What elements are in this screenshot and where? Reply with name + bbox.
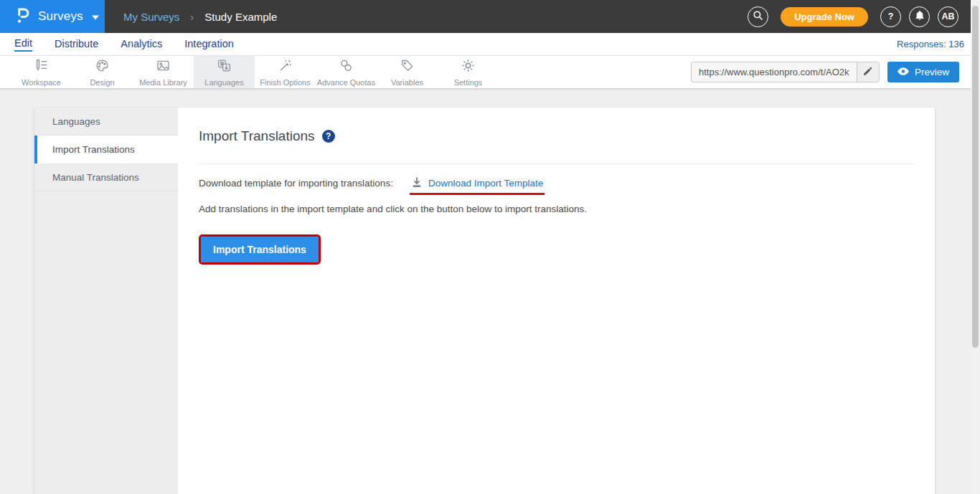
gear-icon [461,58,476,76]
app-window: Surveys My Surveys › Study Example Upgra… [0,0,980,494]
tab-edit[interactable]: Edit [14,37,32,52]
toolbar-item-languages[interactable]: Languages [194,56,255,88]
sidebar-item-import-translations[interactable]: Import Translations [34,136,178,163]
survey-tabs-bar: Edit Distribute Analytics Integration Re… [0,33,980,56]
upgrade-now-button[interactable]: Upgrade Now [781,7,868,27]
wand-icon [278,58,293,76]
import-translations-panel: Import Translations ? Download template … [178,108,935,494]
breadcrumb: My Surveys › Study Example [123,11,277,23]
tab-distribute[interactable]: Distribute [55,38,98,51]
scrollbar-thumb[interactable] [972,6,979,348]
tab-integration[interactable]: Integration [184,38,234,51]
toolbar-label: Advance Quotas [317,78,375,87]
workspace-icon [34,58,49,76]
title-divider [199,163,915,164]
links-icon [339,58,354,76]
download-link-annotated: Download Import Template [411,176,543,190]
toolbar-item-advance-quotas[interactable]: Advance Quotas [316,56,377,88]
toolbar-label: Design [90,78,114,87]
breadcrumb-separator: › [190,11,194,23]
toolbar-item-design[interactable]: Design [72,56,133,88]
toolbar-right-controls: Preview [691,56,959,88]
topbar-actions: Upgrade Now ? AB [748,6,958,27]
pencil-icon [863,67,872,78]
top-navigation-bar: Surveys My Surveys › Study Example Upgra… [0,0,980,33]
languages-sidebar: Languages Import Translations Manual Tra… [34,108,178,494]
download-icon [411,176,423,190]
edit-toolbar: Workspace Design Media Library [0,56,980,88]
chevron-down-icon [92,10,99,23]
help-button[interactable]: ? [880,6,901,27]
breadcrumb-my-surveys[interactable]: My Surveys [123,11,179,23]
sidebar-item-languages[interactable]: Languages [34,108,178,136]
page-scrollbar[interactable] [971,0,980,494]
responses-count[interactable]: Responses: 136 [897,39,966,49]
survey-url-input[interactable] [692,62,857,82]
toolbar-item-settings[interactable]: Settings [438,56,499,88]
search-icon [753,10,763,23]
toolbar-label: Languages [204,78,243,87]
preview-label: Preview [915,67,949,77]
toolbar-label: Media Library [139,78,187,87]
questionpro-logo-icon [16,6,29,27]
download-template-label: Download template for importing translat… [199,178,393,189]
search-button[interactable] [748,6,768,27]
notifications-button[interactable] [909,6,930,27]
eye-icon [897,67,909,77]
languages-card: Languages Import Translations Manual Tra… [34,108,935,494]
toolbar-item-finish-options[interactable]: Finish Options [255,56,316,88]
toolbar-label: Finish Options [260,78,310,87]
tag-icon [400,58,415,76]
sidebar-item-manual-translations[interactable]: Manual Translations [34,163,178,191]
survey-url-group [691,62,880,82]
bell-icon [915,10,925,23]
download-template-row: Download template for importing translat… [199,176,915,190]
help-badge-icon[interactable]: ? [322,130,335,143]
image-icon [156,58,171,76]
toolbar-item-workspace[interactable]: Workspace [11,56,72,88]
page-title: Import Translations [199,128,315,144]
avatar[interactable]: AB [938,6,958,27]
translate-icon [217,58,232,76]
toolbar-label: Workspace [22,78,61,87]
edit-url-button[interactable] [857,62,879,82]
product-switcher[interactable]: Surveys [0,0,105,33]
tab-analytics[interactable]: Analytics [121,38,162,51]
toolbar-item-media-library[interactable]: Media Library [133,56,194,88]
toolbar-item-variables[interactable]: Variables [377,56,438,88]
instructions-text: Add translations in the import template … [199,204,915,214]
main-area: Languages Import Translations Manual Tra… [0,88,980,494]
download-import-template-link[interactable]: Download Import Template [428,178,543,189]
toolbar-label: Settings [454,78,483,87]
breadcrumb-current-survey: Study Example [204,11,277,23]
import-translations-button[interactable]: Import Translations [201,237,319,262]
preview-button[interactable]: Preview [887,62,959,82]
product-name: Surveys [38,9,83,24]
panel-title-row: Import Translations ? [199,128,915,145]
palette-icon [95,58,110,76]
toolbar-label: Variables [391,78,423,87]
